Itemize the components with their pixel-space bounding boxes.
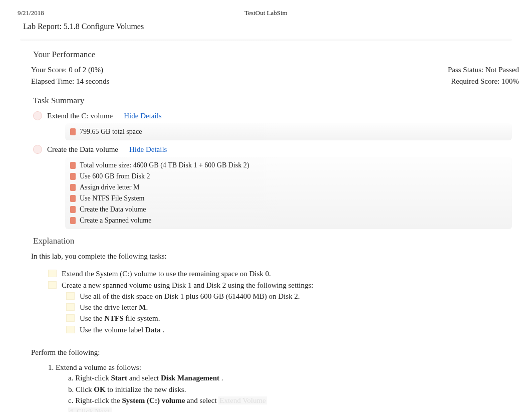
detail-text: Use NTFS File System	[80, 194, 145, 202]
list-text: Use the NTFS file system.	[80, 313, 160, 323]
bullet-icon	[66, 303, 75, 311]
detail-text: Create the Data volume	[80, 205, 146, 214]
your-score: Your Score: 0 of 2 (0%)	[31, 66, 103, 74]
report-title: Lab Report: 5.1.8 Configure Volumes	[0, 17, 532, 36]
detail-row: Total volume size: 4600 GB (4 TB Disk 1 …	[65, 160, 512, 171]
bullet-icon	[66, 326, 75, 333]
faded-text: d. Click Next.	[68, 407, 112, 412]
detail-row: Create the Data volume	[65, 204, 512, 215]
step-1: 1. Extend a volume as follows: a. Right-…	[48, 362, 512, 412]
list-text: Use the volume label Data .	[80, 325, 164, 335]
bullet-icon	[66, 292, 75, 300]
explanation-heading: Explanation	[0, 232, 532, 249]
list-item: Use the volume label Data .	[66, 324, 512, 335]
task-summary-heading: Task Summary	[0, 87, 532, 110]
detail-row: Use 600 GB from Disk 2	[65, 171, 512, 182]
detail-row: Assign drive letter M	[65, 182, 512, 193]
list-item: Use the NTFS file system.	[66, 313, 512, 324]
bullet-icon	[66, 314, 75, 322]
detail-text: Create a Spanned volume	[80, 217, 151, 225]
list-item: Create a new spanned volume using Disk 1…	[48, 280, 512, 291]
header-date: 9/21/2018	[18, 9, 44, 17]
list-text: Use the drive letter M.	[80, 302, 148, 312]
perform-intro: Perform the following:	[31, 338, 512, 357]
step-1c: c. Right-click the System (C:) volume an…	[68, 395, 512, 406]
hide-details-link[interactable]: Hide Details	[124, 112, 161, 120]
task1-text: Extend the C: volume	[47, 112, 113, 120]
detail-row: Use NTFS File System	[65, 193, 512, 204]
fail-marker-icon	[70, 128, 76, 135]
list-text: Create a new spanned volume using Disk 1…	[62, 280, 313, 290]
detail-text: Use 600 GB from Disk 2	[80, 172, 150, 180]
header-title: TestOut LabSim	[244, 9, 287, 17]
fail-marker-icon	[70, 195, 76, 202]
status-fail-icon	[33, 145, 42, 154]
task2-text: Create the Data volume	[47, 145, 118, 154]
fail-marker-icon	[70, 162, 76, 169]
step-1d: d. Click Next.	[68, 406, 512, 412]
step-1a: a. Right-click Start and select Disk Man…	[68, 372, 512, 383]
step-1b: b. Click OK to initialize the new disks.	[68, 384, 512, 395]
task1-details-panel: 799.65 GB total space	[65, 123, 512, 140]
performance-heading: Your Performance	[0, 45, 532, 64]
hide-details-link[interactable]: Hide Details	[129, 145, 167, 154]
detail-row: 799.65 GB total space	[65, 126, 512, 137]
list-item: Extend the System (C:) volume to use the…	[48, 268, 512, 279]
detail-text: Assign drive letter M	[80, 183, 139, 191]
task2-details-panel: Total volume size: 4600 GB (4 TB Disk 1 …	[65, 157, 512, 229]
bullet-icon	[48, 281, 57, 289]
performance-panel	[20, 39, 512, 41]
list-text: Extend the System (C:) volume to use the…	[62, 269, 271, 279]
task-row-2: Create the Data volume Hide Details	[0, 143, 532, 155]
list-text: Use all of the disk space on Disk 1 plus…	[80, 291, 300, 301]
detail-text: Total volume size: 4600 GB (4 TB Disk 1 …	[80, 161, 249, 169]
detail-text: 799.65 GB total space	[80, 128, 142, 136]
faded-text: Extend Volume	[218, 396, 267, 404]
detail-row: Create a Spanned volume	[65, 215, 512, 226]
pass-status: Pass Status: Not Passed	[448, 66, 519, 74]
list-item: Use all of the disk space on Disk 1 plus…	[66, 291, 512, 302]
bullet-icon	[48, 270, 57, 277]
fail-marker-icon	[70, 206, 76, 213]
fail-marker-icon	[70, 217, 76, 224]
explanation-intro: In this lab, you complete the following …	[31, 251, 512, 261]
task-row-1: Extend the C: volume Hide Details	[0, 110, 532, 122]
fail-marker-icon	[70, 173, 76, 180]
list-item: Use the drive letter M.	[66, 302, 512, 313]
required-score: Required Score: 100%	[451, 77, 519, 86]
elapsed-time: Elapsed Time: 14 seconds	[31, 77, 109, 86]
status-fail-icon	[33, 111, 42, 120]
fail-marker-icon	[70, 184, 76, 191]
